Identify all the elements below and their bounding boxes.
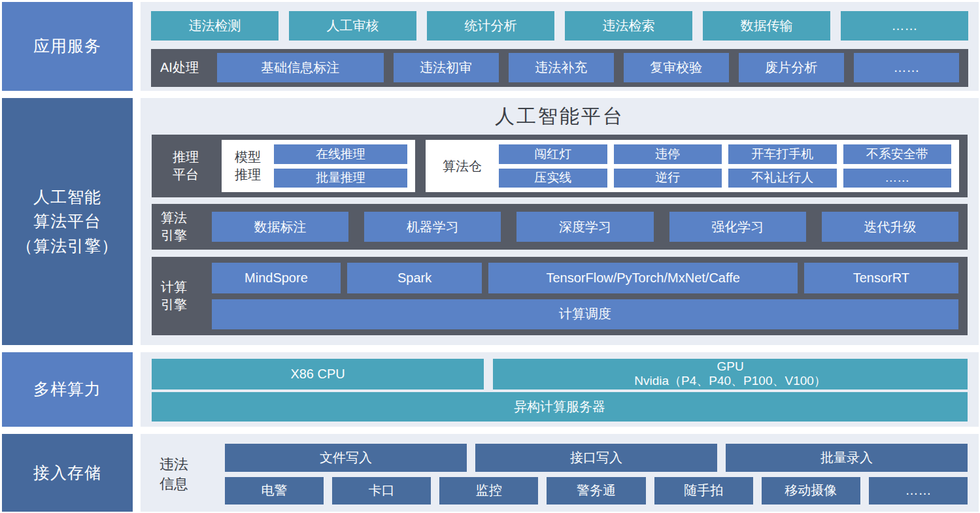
service-button-violation-detection[interactable]: 违法检测 (151, 11, 279, 41)
cpu-block[interactable]: X86 CPU (152, 359, 484, 389)
ai-processing-panel: AI处理 基础信息标注 违法初审 违法补充 复审校验 废片分析 …… (151, 49, 968, 87)
source-police-terminal[interactable]: 警务通 (547, 477, 645, 505)
service-button-more[interactable]: …… (841, 11, 968, 41)
framework-tensorflow-pytorch[interactable]: TensorFlow/PyTorch/MxNet/Caffe (488, 263, 797, 293)
violation-info-label: 违法 信息 (152, 455, 205, 493)
source-electronic-police[interactable]: 电警 (225, 477, 324, 505)
algorithm-item-red-light[interactable]: 闯红灯 (499, 144, 607, 164)
source-surveillance[interactable]: 监控 (439, 477, 538, 505)
model-inference-box: 模型 推理 在线推理 批量推理 (222, 140, 415, 192)
compute-engine-label: 计算 引擎 (161, 278, 199, 314)
engine-item-machine-learning[interactable]: 机器学习 (364, 212, 501, 242)
algorithm-item-line-pressing[interactable]: 压实线 (499, 169, 607, 188)
sidebar-label-app-services: 应用服务 (33, 34, 101, 59)
algorithm-item-wrong-way[interactable]: 逆行 (614, 169, 722, 188)
sidebar-item-computing-power: 多样算力 (2, 352, 133, 427)
model-inference-label: 模型 推理 (229, 148, 266, 184)
ai-processing-item-more[interactable]: …… (854, 53, 959, 82)
write-method-batch[interactable]: 批量录入 (726, 444, 968, 472)
framework-tensorrt[interactable]: TensorRT (804, 263, 958, 293)
sidebar-label-computing-power: 多样算力 (33, 377, 101, 402)
section-storage: 接入存储 违法 信息 文件写入 接口写入 批量录入 电警 卡口 监控 警务通 随… (2, 434, 979, 512)
compute-engine-panel: 计算 引擎 MindSpore Spark TensorFlow/PyTorch… (152, 257, 968, 335)
model-inference-item-batch[interactable]: 批量推理 (274, 169, 407, 188)
framework-row: MindSpore Spark TensorFlow/PyTorch/MxNet… (212, 263, 958, 293)
heterogeneous-server-block[interactable]: 异构计算服务器 (152, 392, 968, 422)
algorithm-item-no-seatbelt[interactable]: 不系安全带 (843, 144, 952, 164)
algorithm-engine-label: 算法 引擎 (161, 209, 199, 244)
sidebar-item-app-services: 应用服务 (2, 2, 133, 91)
ai-platform-title: 人工智能平台 (152, 98, 968, 135)
source-checkpoint[interactable]: 卡口 (332, 477, 431, 505)
section-app-services: 应用服务 违法检测 人工审核 统计分析 违法检索 数据传输 …… AI处理 基础… (2, 2, 979, 91)
inference-platform-panel: 推理 平台 模型 推理 在线推理 批量推理 算法仓 闯红灯 违停 开车打手机 不… (152, 135, 968, 197)
algorithm-item-phone-driving[interactable]: 开车打手机 (728, 144, 837, 164)
gpu-block[interactable]: GPU Nvidia（P4、P40、P100、V100） (493, 359, 968, 389)
source-mobile-camera[interactable]: 移动摄像 (762, 477, 860, 505)
processor-row: X86 CPU GPU Nvidia（P4、P40、P100、V100） (152, 359, 968, 389)
ai-processing-item-discard-analysis[interactable]: 废片分析 (739, 53, 844, 82)
storage-panel: 违法 信息 文件写入 接口写入 批量录入 电警 卡口 监控 警务通 随手拍 移动… (141, 434, 979, 512)
section-ai-platform: 人工智能 算法平台 （算法引擎） 人工智能平台 推理 平台 模型 推理 在线推理… (2, 98, 979, 345)
ai-processing-item-base-annotation[interactable]: 基础信息标注 (217, 53, 384, 82)
compute-engine-stack: MindSpore Spark TensorFlow/PyTorch/MxNet… (212, 263, 958, 329)
sidebar-item-storage: 接入存储 (2, 434, 133, 512)
compute-scheduler-button[interactable]: 计算调度 (212, 299, 958, 330)
algorithm-warehouse-label: 算法仓 (433, 157, 491, 175)
model-inference-item-online[interactable]: 在线推理 (274, 144, 407, 164)
model-inference-stack: 在线推理 批量推理 (274, 144, 407, 188)
ai-processing-label: AI处理 (160, 59, 207, 76)
ai-processing-item-recheck[interactable]: 复审校验 (624, 53, 729, 82)
service-button-data-transfer[interactable]: 数据传输 (703, 11, 830, 41)
ai-processing-item-initial-review[interactable]: 违法初审 (394, 53, 499, 82)
algorithm-engine-panel: 算法 引擎 数据标注 机器学习 深度学习 强化学习 迭代升级 (152, 204, 968, 250)
storage-stack: 文件写入 接口写入 批量录入 电警 卡口 监控 警务通 随手拍 移动摄像 …… (225, 444, 968, 505)
sidebar-item-ai-platform: 人工智能 算法平台 （算法引擎） (2, 98, 133, 345)
source-snapshot[interactable]: 随手拍 (654, 477, 753, 505)
section-computing-power: 多样算力 X86 CPU GPU Nvidia（P4、P40、P100、V100… (2, 352, 979, 427)
algorithm-item-illegal-parking[interactable]: 违停 (614, 144, 722, 164)
ai-processing-item-supplement[interactable]: 违法补充 (509, 53, 614, 82)
source-more[interactable]: …… (869, 477, 968, 505)
architecture-diagram: 应用服务 违法检测 人工审核 统计分析 违法检索 数据传输 …… AI处理 基础… (0, 0, 980, 513)
sidebar-label-storage: 接入存储 (33, 461, 101, 486)
computing-power-panel: X86 CPU GPU Nvidia（P4、P40、P100、V100） 异构计… (141, 352, 979, 427)
inference-platform-label: 推理 平台 (160, 148, 211, 184)
algorithm-item-more[interactable]: …… (843, 169, 952, 188)
engine-item-deep-learning[interactable]: 深度学习 (516, 212, 653, 242)
write-method-file[interactable]: 文件写入 (225, 444, 467, 472)
engine-item-reinforcement-learning[interactable]: 强化学习 (669, 212, 806, 242)
algorithm-item-no-yield[interactable]: 不礼让行人 (728, 169, 837, 188)
framework-spark[interactable]: Spark (347, 263, 482, 293)
app-services-panel: 违法检测 人工审核 统计分析 违法检索 数据传输 …… AI处理 基础信息标注 … (141, 2, 979, 91)
engine-item-data-annotation[interactable]: 数据标注 (212, 212, 348, 242)
service-button-row: 违法检测 人工审核 统计分析 违法检索 数据传输 …… (151, 11, 968, 41)
engine-item-iterative-upgrade[interactable]: 迭代升级 (822, 212, 958, 242)
write-method-row: 文件写入 接口写入 批量录入 (225, 444, 968, 472)
algorithm-warehouse-grid: 闯红灯 违停 开车打手机 不系安全带 压实线 逆行 不礼让行人 …… (499, 144, 951, 188)
framework-mindspore[interactable]: MindSpore (212, 263, 341, 293)
sidebar-label-ai-platform: 人工智能 算法平台 （算法引擎） (16, 185, 118, 259)
service-button-statistics[interactable]: 统计分析 (427, 11, 554, 41)
service-button-manual-review[interactable]: 人工审核 (289, 11, 416, 41)
algorithm-warehouse-box: 算法仓 闯红灯 违停 开车打手机 不系安全带 压实线 逆行 不礼让行人 …… (426, 140, 959, 192)
write-method-api[interactable]: 接口写入 (475, 444, 717, 472)
ai-platform-panel: 人工智能平台 推理 平台 模型 推理 在线推理 批量推理 算法仓 闯红灯 违停 … (141, 98, 979, 345)
service-button-violation-search[interactable]: 违法检索 (565, 11, 692, 41)
source-row: 电警 卡口 监控 警务通 随手拍 移动摄像 …… (225, 477, 968, 505)
